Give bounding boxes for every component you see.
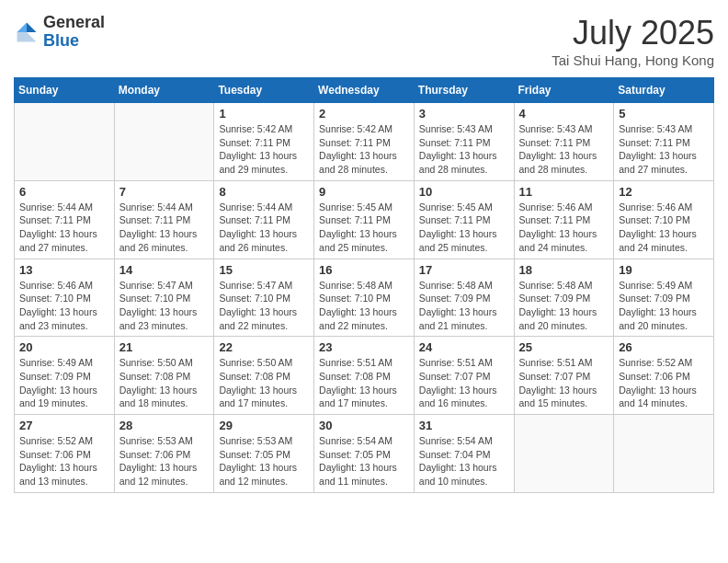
day-number: 27	[19, 419, 109, 432]
day-number: 9	[319, 185, 409, 199]
calendar-cell: 15Sunrise: 5:47 AM Sunset: 7:10 PM Dayli…	[214, 259, 314, 337]
day-number: 3	[419, 107, 509, 121]
day-number: 17	[419, 263, 509, 277]
weekday-header: Friday	[514, 78, 614, 103]
month-title: July 2025	[552, 14, 714, 52]
page-header: General Blue July 2025 Tai Shui Hang, Ho…	[14, 14, 714, 68]
svg-marker-1	[17, 22, 28, 32]
day-info: Sunrise: 5:51 AM Sunset: 7:08 PM Dayligh…	[319, 356, 409, 410]
day-number: 29	[219, 419, 309, 432]
calendar-cell: 8Sunrise: 5:44 AM Sunset: 7:11 PM Daylig…	[214, 180, 314, 259]
day-info: Sunrise: 5:51 AM Sunset: 7:07 PM Dayligh…	[519, 356, 609, 410]
day-number: 30	[319, 419, 409, 432]
day-number: 24	[419, 340, 509, 354]
day-info: Sunrise: 5:50 AM Sunset: 7:08 PM Dayligh…	[119, 356, 210, 410]
day-info: Sunrise: 5:46 AM Sunset: 7:10 PM Dayligh…	[19, 279, 109, 333]
day-info: Sunrise: 5:48 AM Sunset: 7:09 PM Dayligh…	[519, 279, 609, 333]
calendar-cell	[514, 415, 614, 493]
svg-marker-0	[27, 22, 37, 32]
calendar-cell	[15, 103, 115, 181]
calendar-cell: 4Sunrise: 5:43 AM Sunset: 7:11 PM Daylig…	[514, 103, 614, 181]
day-info: Sunrise: 5:44 AM Sunset: 7:11 PM Dayligh…	[219, 201, 309, 255]
day-info: Sunrise: 5:49 AM Sunset: 7:09 PM Dayligh…	[619, 279, 709, 333]
calendar-cell: 16Sunrise: 5:48 AM Sunset: 7:10 PM Dayli…	[314, 259, 415, 337]
calendar-week-row: 13Sunrise: 5:46 AM Sunset: 7:10 PM Dayli…	[15, 259, 714, 337]
day-info: Sunrise: 5:43 AM Sunset: 7:11 PM Dayligh…	[419, 122, 509, 177]
day-info: Sunrise: 5:43 AM Sunset: 7:11 PM Dayligh…	[619, 122, 709, 177]
weekday-header: Saturday	[614, 78, 714, 103]
calendar-cell: 9Sunrise: 5:45 AM Sunset: 7:11 PM Daylig…	[314, 180, 415, 259]
day-number: 2	[319, 107, 409, 121]
calendar-cell: 5Sunrise: 5:43 AM Sunset: 7:11 PM Daylig…	[614, 103, 714, 181]
day-info: Sunrise: 5:50 AM Sunset: 7:08 PM Dayligh…	[219, 356, 309, 410]
day-info: Sunrise: 5:48 AM Sunset: 7:10 PM Dayligh…	[319, 279, 409, 333]
calendar-table: SundayMondayTuesdayWednesdayThursdayFrid…	[14, 77, 714, 493]
day-info: Sunrise: 5:54 AM Sunset: 7:04 PM Dayligh…	[419, 434, 509, 488]
calendar-cell: 19Sunrise: 5:49 AM Sunset: 7:09 PM Dayli…	[614, 259, 714, 337]
day-number: 21	[119, 340, 210, 354]
day-number: 20	[19, 340, 109, 354]
calendar-cell: 6Sunrise: 5:44 AM Sunset: 7:11 PM Daylig…	[15, 180, 115, 259]
day-info: Sunrise: 5:51 AM Sunset: 7:07 PM Dayligh…	[419, 356, 509, 410]
day-number: 11	[519, 185, 609, 199]
weekday-header: Sunday	[15, 78, 115, 103]
calendar-week-row: 27Sunrise: 5:52 AM Sunset: 7:06 PM Dayli…	[15, 415, 714, 493]
day-number: 1	[219, 107, 309, 121]
day-info: Sunrise: 5:46 AM Sunset: 7:11 PM Dayligh…	[519, 201, 609, 255]
day-number: 13	[19, 263, 109, 277]
day-number: 31	[419, 419, 509, 432]
calendar-cell: 21Sunrise: 5:50 AM Sunset: 7:08 PM Dayli…	[114, 337, 214, 415]
calendar-cell: 10Sunrise: 5:45 AM Sunset: 7:11 PM Dayli…	[414, 180, 514, 259]
weekday-header: Wednesday	[314, 78, 415, 103]
calendar-cell: 13Sunrise: 5:46 AM Sunset: 7:10 PM Dayli…	[15, 259, 115, 337]
day-number: 10	[419, 185, 509, 199]
day-number: 19	[619, 263, 709, 277]
calendar-week-row: 6Sunrise: 5:44 AM Sunset: 7:11 PM Daylig…	[15, 180, 714, 259]
day-info: Sunrise: 5:53 AM Sunset: 7:05 PM Dayligh…	[219, 434, 309, 488]
day-info: Sunrise: 5:53 AM Sunset: 7:06 PM Dayligh…	[119, 434, 210, 488]
logo-text: General Blue	[43, 14, 105, 51]
day-number: 12	[619, 185, 709, 199]
calendar-cell: 17Sunrise: 5:48 AM Sunset: 7:09 PM Dayli…	[414, 259, 514, 337]
title-block: July 2025 Tai Shui Hang, Hong Kong	[552, 14, 714, 68]
day-number: 18	[519, 263, 609, 277]
calendar-cell: 14Sunrise: 5:47 AM Sunset: 7:10 PM Dayli…	[114, 259, 214, 337]
calendar-week-row: 20Sunrise: 5:49 AM Sunset: 7:09 PM Dayli…	[15, 337, 714, 415]
calendar-week-row: 1Sunrise: 5:42 AM Sunset: 7:11 PM Daylig…	[15, 103, 714, 181]
day-number: 6	[19, 185, 109, 199]
day-number: 16	[319, 263, 409, 277]
calendar-cell: 11Sunrise: 5:46 AM Sunset: 7:11 PM Dayli…	[514, 180, 614, 259]
calendar-cell: 30Sunrise: 5:54 AM Sunset: 7:05 PM Dayli…	[314, 415, 415, 493]
day-number: 15	[219, 263, 309, 277]
day-info: Sunrise: 5:46 AM Sunset: 7:10 PM Dayligh…	[619, 201, 709, 255]
day-info: Sunrise: 5:52 AM Sunset: 7:06 PM Dayligh…	[19, 434, 109, 488]
day-info: Sunrise: 5:48 AM Sunset: 7:09 PM Dayligh…	[419, 279, 509, 333]
calendar-cell: 23Sunrise: 5:51 AM Sunset: 7:08 PM Dayli…	[314, 337, 415, 415]
weekday-header: Tuesday	[214, 78, 314, 103]
calendar-cell: 27Sunrise: 5:52 AM Sunset: 7:06 PM Dayli…	[15, 415, 115, 493]
day-info: Sunrise: 5:47 AM Sunset: 7:10 PM Dayligh…	[119, 279, 210, 333]
day-info: Sunrise: 5:42 AM Sunset: 7:11 PM Dayligh…	[219, 122, 309, 177]
calendar-cell: 7Sunrise: 5:44 AM Sunset: 7:11 PM Daylig…	[114, 180, 214, 259]
calendar-cell: 29Sunrise: 5:53 AM Sunset: 7:05 PM Dayli…	[214, 415, 314, 493]
day-number: 22	[219, 340, 309, 354]
day-number: 14	[119, 263, 210, 277]
calendar-cell: 31Sunrise: 5:54 AM Sunset: 7:04 PM Dayli…	[414, 415, 514, 493]
calendar-cell: 25Sunrise: 5:51 AM Sunset: 7:07 PM Dayli…	[514, 337, 614, 415]
calendar-cell: 3Sunrise: 5:43 AM Sunset: 7:11 PM Daylig…	[414, 103, 514, 181]
calendar-cell: 26Sunrise: 5:52 AM Sunset: 7:06 PM Dayli…	[614, 337, 714, 415]
calendar-cell: 18Sunrise: 5:48 AM Sunset: 7:09 PM Dayli…	[514, 259, 614, 337]
weekday-header: Thursday	[414, 78, 514, 103]
logo: General Blue	[14, 14, 105, 51]
day-number: 28	[119, 419, 210, 432]
logo-icon	[14, 19, 40, 45]
calendar-cell: 2Sunrise: 5:42 AM Sunset: 7:11 PM Daylig…	[314, 103, 415, 181]
day-info: Sunrise: 5:47 AM Sunset: 7:10 PM Dayligh…	[219, 279, 309, 333]
location: Tai Shui Hang, Hong Kong	[552, 52, 714, 68]
calendar-cell	[114, 103, 214, 181]
svg-marker-2	[17, 32, 37, 42]
calendar-header-row: SundayMondayTuesdayWednesdayThursdayFrid…	[15, 78, 714, 103]
day-number: 5	[619, 107, 709, 121]
day-info: Sunrise: 5:45 AM Sunset: 7:11 PM Dayligh…	[319, 201, 409, 255]
day-info: Sunrise: 5:44 AM Sunset: 7:11 PM Dayligh…	[19, 201, 109, 255]
